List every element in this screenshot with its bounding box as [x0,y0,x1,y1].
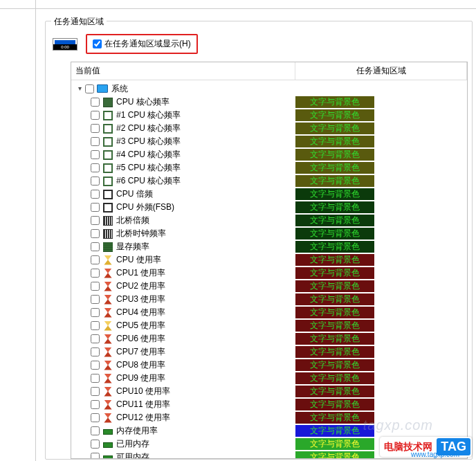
item-checkbox[interactable] [91,361,100,370]
item-checkbox[interactable] [91,295,100,304]
color-badge[interactable]: 文字与背景色 [295,399,374,410]
list-item[interactable]: CPU11 使用率文字与背景色 [74,398,467,411]
item-checkbox[interactable] [91,426,100,435]
color-badge[interactable]: 文字与背景色 [295,320,374,332]
item-checkbox[interactable] [91,216,100,225]
item-checkbox[interactable] [91,374,100,383]
color-badge[interactable]: 文字与背景色 [295,241,374,253]
list-item[interactable]: #5 CPU 核心频率文字与背景色 [74,161,467,174]
list-item[interactable]: CPU7 使用率文字与背景色 [74,345,467,359]
item-label: CPU 使用率 [116,254,161,266]
list-item[interactable]: CPU3 使用率文字与背景色 [74,293,467,306]
item-checkbox[interactable] [91,321,100,330]
list-item[interactable]: #6 CPU 核心频率文字与背景色 [74,174,467,188]
item-checkbox[interactable] [91,203,100,212]
hour-r-icon [103,295,113,305]
list-item[interactable]: #2 CPU 核心频率文字与背景色 [74,122,467,135]
list-item[interactable]: #1 CPU 核心频率文字与背景色 [74,109,467,122]
item-checkbox[interactable] [91,163,100,172]
color-badge[interactable]: 文字与背景色 [295,96,374,108]
color-badge[interactable]: 文字与背景色 [295,412,374,424]
color-badge[interactable]: 文字与背景色 [295,359,374,371]
list-item[interactable]: CPU4 使用率文字与背景色 [74,306,467,319]
item-checkbox[interactable] [91,347,100,356]
root-checkbox[interactable] [85,84,94,93]
item-checkbox[interactable] [91,177,100,186]
list-item[interactable]: CPU12 使用率文字与背景色 [74,411,467,424]
item-checkbox[interactable] [91,98,100,107]
list-item[interactable]: 北桥时钟频率文字与背景色 [74,227,467,240]
color-badge[interactable]: 文字与背景色 [295,425,374,437]
item-checkbox[interactable] [91,150,100,159]
color-badge[interactable]: 文字与背景色 [295,123,374,134]
hour-r-icon [103,374,113,383]
item-checkbox[interactable] [91,400,100,409]
color-badge[interactable]: 文字与背景色 [295,372,374,384]
list-item[interactable]: CPU6 使用率文字与背景色 [74,332,467,345]
color-badge[interactable]: 文字与背景色 [295,215,374,226]
item-checkbox[interactable] [91,269,100,278]
color-badge[interactable]: 文字与背景色 [295,386,374,397]
item-checkbox[interactable] [91,453,100,458]
color-badge[interactable]: 文字与背景色 [295,201,374,213]
list-item[interactable]: 显存频率文字与背景色 [74,240,467,253]
list-item[interactable]: CPU9 使用率文字与背景色 [74,372,467,385]
col-tray-area[interactable]: 任务通知区域 [295,62,467,80]
item-checkbox[interactable] [91,137,100,146]
list-item[interactable]: CPU 使用率文字与背景色 [74,253,467,266]
list-item[interactable]: CPU10 使用率文字与背景色 [74,385,467,398]
list-body[interactable]: ▾ 系统 CPU 核心频率文字与背景色#1 CPU 核心频率文字与背景色#2 C… [71,80,467,458]
color-badge[interactable]: 文字与背景色 [295,280,374,292]
list-item-left: CPU 倍频 [74,188,295,200]
color-badge[interactable]: 文字与背景色 [295,293,374,305]
item-checkbox[interactable] [91,111,100,120]
color-badge[interactable]: 文字与背景色 [295,175,374,187]
color-badge[interactable]: 文字与背景色 [295,149,374,161]
color-badge[interactable]: 文字与背景色 [295,438,374,450]
color-badge[interactable]: 文字与背景色 [295,254,374,266]
item-checkbox[interactable] [91,308,100,317]
color-badge[interactable]: 文字与背景色 [295,228,374,239]
item-checkbox[interactable] [91,124,100,133]
col-current-value[interactable]: 当前值 [71,62,295,80]
list-item[interactable]: CPU 外频(FSB)文字与背景色 [74,201,467,214]
list-item[interactable]: CPU 倍频文字与背景色 [74,188,467,201]
color-badge[interactable]: 文字与背景色 [295,451,374,458]
top-outer-border [0,8,476,9]
show-in-tray-checkbox[interactable]: 在任务通知区域显示(H) [86,34,198,54]
list-item[interactable]: CPU1 使用率文字与背景色 [74,266,467,280]
show-in-tray-input[interactable] [93,39,102,48]
list-item[interactable]: CPU 核心频率文字与背景色 [74,96,467,109]
item-checkbox[interactable] [91,229,100,238]
item-checkbox[interactable] [91,440,100,449]
item-checkbox[interactable] [91,242,100,251]
color-badge[interactable]: 文字与背景色 [295,109,374,121]
list-item-left: CPU 使用率 [74,254,295,266]
list-item[interactable]: 内存使用率文字与背景色 [74,424,467,437]
list-item[interactable]: CPU8 使用率文字与背景色 [74,359,467,372]
hour-r-icon [103,269,113,278]
color-badge[interactable]: 文字与背景色 [295,333,374,345]
list-item[interactable]: #3 CPU 核心频率文字与背景色 [74,135,467,148]
list-item[interactable]: CPU5 使用率文字与背景色 [74,319,467,332]
list-item[interactable]: CPU2 使用率文字与背景色 [74,280,467,293]
color-badge[interactable]: 文字与背景色 [295,162,374,174]
color-badge[interactable]: 文字与背景色 [295,346,374,358]
color-badge[interactable]: 文字与背景色 [295,188,374,200]
item-label: CPU7 使用率 [116,346,165,358]
list-item[interactable]: 北桥倍频文字与背景色 [74,214,467,227]
item-checkbox[interactable] [91,387,100,396]
color-badge[interactable]: 文字与背景色 [295,267,374,279]
item-label: 内存使用率 [116,425,158,437]
item-checkbox[interactable] [91,413,100,422]
expand-toggle-icon[interactable]: ▾ [75,84,84,93]
item-checkbox[interactable] [91,334,100,343]
item-checkbox[interactable] [91,255,100,264]
color-badge[interactable]: 文字与背景色 [295,136,374,147]
item-checkbox[interactable] [91,282,100,291]
item-checkbox[interactable] [91,190,100,199]
show-in-tray-label: 在任务通知区域显示(H) [104,38,191,50]
list-item[interactable]: #4 CPU 核心频率文字与背景色 [74,148,467,161]
root-row[interactable]: ▾ 系统 [74,82,467,96]
color-badge[interactable]: 文字与背景色 [295,307,374,318]
